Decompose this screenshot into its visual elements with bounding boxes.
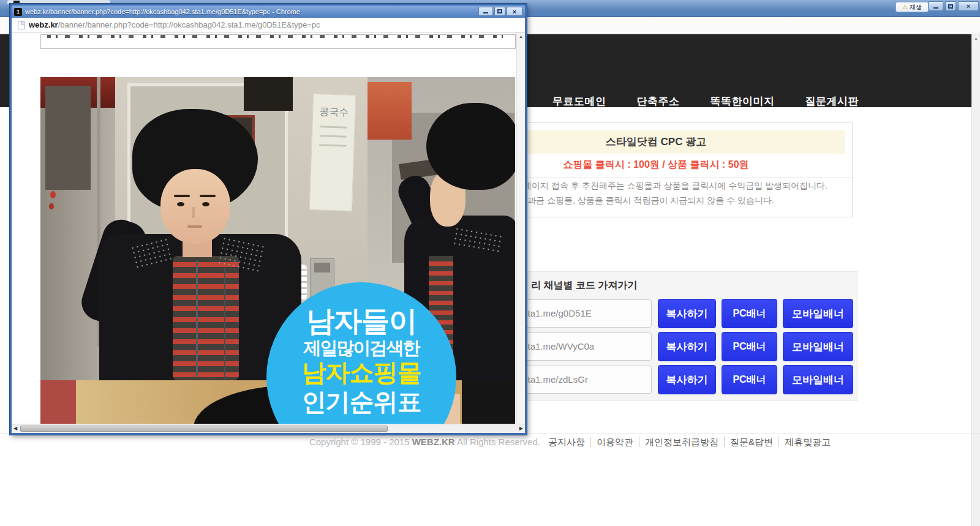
scroll-up-icon[interactable]: ▲: [972, 34, 980, 43]
scroll-left-icon[interactable]: ◀: [13, 426, 17, 431]
short-url-value: sta1.me/zdLsGr: [523, 374, 588, 385]
popup-maximize-button[interactable]: [494, 7, 505, 16]
clipped-code-text: [47, 35, 503, 38]
nav-item[interactable]: 똑똑한이미지: [710, 94, 775, 108]
cpc-desc-line: 과금 쇼핑몰, 상품을 클릭시 적립금이 지급되지 않을 수 있습니다.: [527, 195, 774, 206]
jacket-zipper: [196, 261, 198, 377]
copyright-text: Copyright © 1999 - 2015: [309, 437, 412, 447]
rights-text: All Rights Reserved.: [455, 437, 543, 447]
footer-link[interactable]: 공지사항: [543, 437, 591, 447]
model-striped-shirt: [173, 256, 239, 380]
hanging-menu-sign: 콩국수: [309, 94, 356, 211]
banner-code-textarea[interactable]: [40, 34, 516, 49]
maximize-icon: [948, 4, 953, 9]
desktop: ⚠ 재생 × ← ☆ 7 ▲ 무료도메인단축주소똑똑한이미지질문게시판 스타일닷…: [0, 0, 980, 526]
building-shape: [45, 86, 91, 190]
scrollbar-thumb[interactable]: [20, 426, 388, 432]
page-icon: [18, 21, 24, 29]
badge-text-line: 남자들이: [266, 304, 456, 337]
copy-button[interactable]: 복사하기: [658, 332, 716, 361]
popup-favicon-icon: 1: [14, 8, 22, 16]
copy-button[interactable]: 복사하기: [658, 365, 716, 394]
pc-banner-button[interactable]: PC배너: [722, 299, 777, 328]
badge-text-line: 제일많이검색한: [266, 337, 456, 358]
popup-titlebar[interactable]: 1 webz.kr/banner/banner.php?code=http://…: [12, 6, 525, 18]
close-icon: ×: [967, 3, 970, 10]
warning-triangle-icon: ⚠: [902, 4, 908, 10]
hanging-sign-text: 콩국수: [313, 105, 355, 119]
orange-sign: [368, 82, 412, 140]
nav-item[interactable]: 무료도메인: [552, 94, 606, 108]
footer-link[interactable]: 이용약관: [591, 437, 639, 447]
main-minimize-button[interactable]: [929, 1, 943, 11]
popup-page-content: Mapo-gu, Seoul 콩국수: [12, 32, 525, 424]
short-url-value: sta1.me/g0D51E: [523, 308, 592, 318]
popup-minimize-button[interactable]: [478, 7, 493, 16]
mobile-banner-button[interactable]: 모바일배너: [783, 365, 853, 394]
dark-sign: [244, 77, 293, 111]
main-close-button[interactable]: ×: [958, 1, 979, 11]
background-blur: [40, 380, 76, 424]
minimize-icon: [483, 12, 488, 13]
popup-vertical-scrollbar[interactable]: ▲: [516, 32, 525, 424]
jacket-zipper: [224, 268, 225, 378]
warning-label: 재생: [910, 3, 922, 12]
model-hair: [426, 103, 515, 190]
scroll-right-icon[interactable]: ▶: [519, 426, 523, 431]
maximize-icon: [497, 9, 502, 13]
model-face: [160, 169, 230, 244]
scroll-up-icon[interactable]: ▲: [517, 32, 525, 40]
popup-close-button[interactable]: ×: [507, 7, 522, 16]
url-path: /banner/banner.php?code=http://okcashbag…: [58, 20, 320, 29]
copy-button[interactable]: 복사하기: [658, 299, 716, 328]
minimize-icon: [933, 7, 938, 9]
popup-addressbar[interactable]: webz.kr/banner/banner.php?code=http://ok…: [12, 18, 525, 32]
short-url-value: sta1.me/WVyC0a: [523, 341, 594, 351]
footer-link[interactable]: 개인정보취급방침: [639, 437, 725, 447]
mobile-banner-button[interactable]: 모바일배너: [783, 299, 853, 328]
main-maximize-button[interactable]: [945, 1, 956, 11]
footer-link[interactable]: 제휴및광고: [779, 437, 836, 447]
pc-banner-button[interactable]: PC배너: [722, 332, 777, 361]
footer-links: 공지사항이용약관개인정보취급방침질문&답변제휴및광고: [543, 437, 836, 447]
flash-warning-button[interactable]: ⚠ 재생: [895, 2, 929, 12]
popup-horizontal-scrollbar[interactable]: ◀ ▶: [12, 424, 525, 433]
nav-item[interactable]: 단축주소: [637, 94, 680, 108]
lantern-shape: [50, 191, 56, 198]
main-page-scrollbar[interactable]: ▲: [971, 34, 980, 526]
model-hair: [462, 380, 515, 424]
badge-text-line: 남자쇼핑몰: [266, 358, 456, 387]
url-host: webz.kr: [29, 20, 58, 29]
lantern-shape: [49, 203, 54, 209]
close-icon: ×: [513, 8, 516, 15]
banner-popup-window: 1 webz.kr/banner/banner.php?code=http://…: [10, 4, 527, 435]
nav-item[interactable]: 질문게시판: [805, 94, 859, 108]
footer-link[interactable]: 질문&답변: [725, 437, 779, 447]
cpc-desc-line: 페이지 접속 후 추천해주는 쇼핑몰과 상품을 클릭시에 수익금일 발생되어집니…: [523, 181, 827, 192]
popup-url[interactable]: webz.kr/banner/banner.php?code=http://ok…: [29, 20, 320, 29]
popup-window-title: webz.kr/banner/banner.php?code=http://ok…: [25, 8, 448, 15]
mobile-banner-button[interactable]: 모바일배너: [783, 332, 853, 361]
site-footer: Copyright © 1999 - 2015 WEBZ.KR All Righ…: [83, 437, 980, 448]
site-nav: 무료도메인단축주소똑똑한이미지질문게시판: [552, 94, 859, 108]
brand-text: WEBZ.KR: [412, 437, 455, 447]
pc-banner-button[interactable]: PC배너: [722, 365, 777, 394]
badge-text-line: 인기순위표: [266, 388, 456, 416]
